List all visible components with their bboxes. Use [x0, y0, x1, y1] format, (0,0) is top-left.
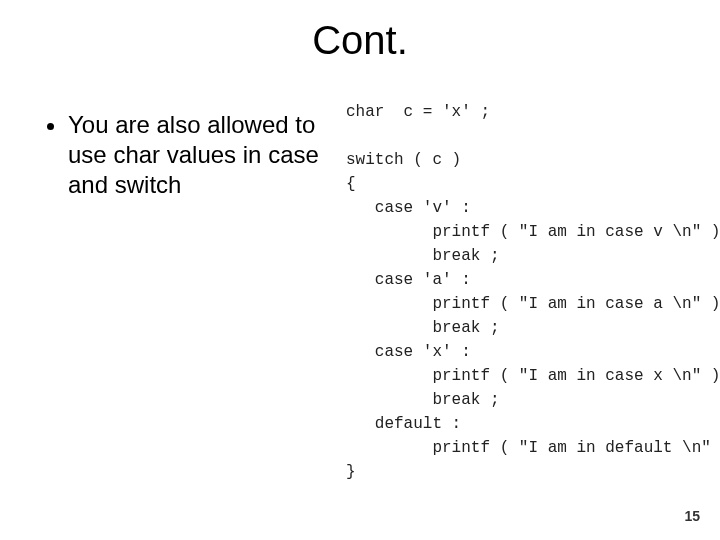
slide: Cont. You are also allowed to use char v…: [0, 0, 720, 540]
bullet-kw-char: char: [113, 141, 160, 168]
code-block: char c = 'x' ; switch ( c ) { case 'v' :…: [346, 100, 696, 484]
page-number: 15: [684, 508, 700, 524]
bullet-text-mid2: and: [68, 171, 115, 198]
bullet-kw-case: case: [268, 141, 319, 168]
bullet-item: You are also allowed to use char values …: [68, 110, 338, 200]
slide-title: Cont.: [0, 18, 720, 63]
bullet-kw-switch: switch: [115, 171, 182, 198]
bullet-text-mid1: values in: [160, 141, 268, 168]
bullet-area: You are also allowed to use char values …: [48, 110, 338, 200]
